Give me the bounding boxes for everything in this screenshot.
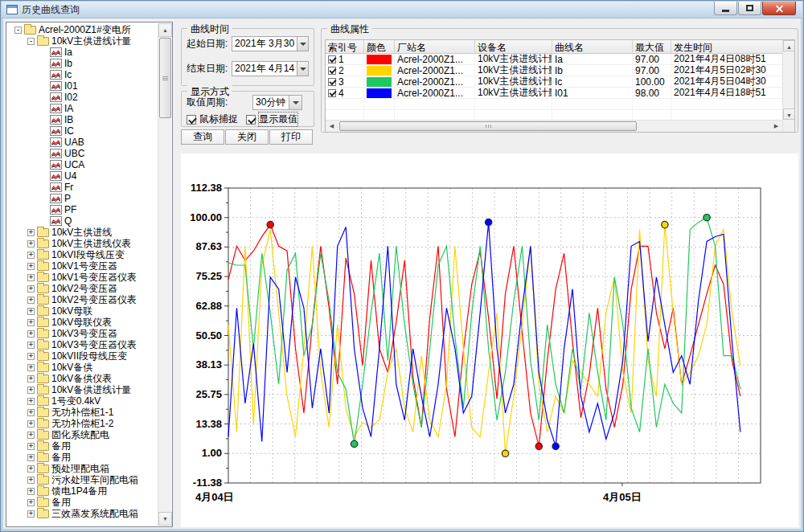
y-tick-label: 87.63: [195, 240, 222, 252]
table-vertical-scrollbar[interactable]: ▲ ▼: [782, 40, 794, 132]
show-extremes-checkbox[interactable]: [246, 115, 256, 125]
tree-expander-icon[interactable]: +: [27, 229, 35, 236]
tree-expander-icon[interactable]: +: [27, 319, 35, 326]
scroll-down-icon[interactable]: ▼: [158, 512, 172, 526]
tree-expander-icon[interactable]: +: [27, 387, 35, 394]
tree-expander-icon[interactable]: +: [27, 364, 35, 371]
tree-item[interactable]: + 三效蒸发系统配电箱: [6, 508, 158, 519]
tree-expander-icon[interactable]: +: [27, 342, 35, 349]
tree-item[interactable]: IC: [6, 125, 158, 137]
close-button[interactable]: [762, 2, 796, 15]
row-checkbox[interactable]: [328, 78, 336, 86]
column-header[interactable]: 发生时间: [671, 40, 784, 53]
table-row[interactable]: 4 Acrel-2000Z1... 10kV主供进线计量 I01 98.00 2…: [326, 88, 794, 99]
tree-expander-icon[interactable]: +: [27, 398, 35, 405]
tree-expander-icon[interactable]: +: [27, 409, 35, 416]
tree-node-icon: [50, 160, 62, 170]
tree-expander-icon[interactable]: +: [27, 443, 35, 450]
tree-item[interactable]: + 馈电1P4备用: [6, 485, 158, 497]
table-row[interactable]: 3 Acrel-2000Z1... 10kV主供进线计量 Ic 100.00 2…: [326, 76, 794, 88]
tree-item[interactable]: U4: [6, 170, 158, 182]
tree-expander-icon[interactable]: +: [27, 353, 35, 360]
print-button[interactable]: 打印: [269, 129, 313, 145]
mouse-capture-checkbox[interactable]: [187, 115, 196, 125]
tree-item[interactable]: P: [6, 193, 158, 204]
tree-item[interactable]: Ia: [6, 47, 158, 58]
table-row[interactable]: 2 Acrel-2000Z1... 10kV主供进线计量 Ib 97.00 20…: [326, 65, 794, 76]
x-tick-label: 4月05日: [603, 491, 642, 503]
scroll-up-icon[interactable]: ▲: [783, 40, 795, 51]
row-checkbox[interactable]: [328, 89, 336, 97]
minimize-button[interactable]: [714, 2, 737, 15]
tree-expander-icon[interactable]: +: [27, 274, 35, 281]
row-checkbox[interactable]: [328, 55, 336, 63]
maximize-button[interactable]: [738, 2, 761, 15]
close-dialog-button[interactable]: 关闭: [225, 129, 269, 145]
tree-item[interactable]: UCA: [6, 159, 158, 170]
column-header[interactable]: 曲线名: [552, 40, 633, 53]
column-header[interactable]: 索引号: [326, 40, 364, 53]
station-tree: - Acrel-2000Z1#变电所 - 10kV主供进线计量 Ia: [6, 24, 158, 519]
tree-expander-icon[interactable]: +: [27, 477, 35, 484]
tree-expander-icon[interactable]: +: [27, 499, 35, 506]
start-date-combo[interactable]: 2021年 3月30: [232, 36, 309, 51]
history-curve-chart[interactable]: 112.38100.0087.6375.2562.8850.5038.1325.…: [181, 153, 798, 527]
tree-expander-icon[interactable]: -: [14, 27, 22, 34]
tree-expander-icon[interactable]: +: [27, 454, 35, 461]
tree-expander-icon[interactable]: +: [27, 308, 35, 315]
tree-item[interactable]: + 备用: [6, 440, 158, 452]
tree-expander-icon[interactable]: +: [27, 375, 35, 383]
curve-name-cell: Ib: [552, 65, 633, 76]
scroll-left-icon[interactable]: ◀: [326, 121, 338, 132]
scroll-down-icon[interactable]: ▼: [783, 108, 795, 120]
column-header[interactable]: 颜色: [364, 40, 395, 53]
tree-item[interactable]: Ib: [6, 58, 158, 69]
tree-node-icon: [50, 182, 62, 192]
chevron-down-icon[interactable]: [297, 62, 308, 76]
chevron-down-icon[interactable]: [297, 37, 308, 51]
close-icon: [775, 4, 784, 13]
tree-expander-icon[interactable]: +: [27, 488, 35, 495]
tree-expander-icon[interactable]: +: [27, 297, 35, 304]
tree-item[interactable]: + 固化系统配电: [6, 429, 158, 440]
column-header[interactable]: 厂站名: [395, 40, 475, 53]
tree-expander-icon[interactable]: +: [27, 330, 35, 338]
tree-scrollbar[interactable]: ▲ ▼: [158, 23, 171, 526]
tree-expander-icon[interactable]: +: [27, 240, 35, 248]
tree-item[interactable]: PF: [6, 204, 158, 215]
tree-node-icon: [37, 487, 49, 496]
tree-item[interactable]: I01: [6, 80, 158, 92]
chevron-down-icon[interactable]: [289, 96, 302, 109]
tree-item[interactable]: I02: [6, 92, 158, 103]
end-date-combo[interactable]: 2021年 4月14: [232, 61, 309, 76]
column-header[interactable]: 设备名: [475, 40, 552, 53]
table-hscroll-thumb[interactable]: [339, 121, 637, 131]
period-combo[interactable]: 30分钟: [252, 95, 302, 110]
tree-item[interactable]: IA: [6, 103, 158, 114]
tree-item[interactable]: UBC: [6, 148, 158, 159]
scroll-right-icon[interactable]: ▶: [770, 121, 782, 132]
tree-expander-icon[interactable]: +: [27, 285, 35, 293]
tree-expander-icon[interactable]: +: [27, 252, 35, 259]
tree-item[interactable]: UAB: [6, 137, 158, 148]
column-header[interactable]: 最大值: [633, 40, 671, 53]
tree-expander-icon[interactable]: -: [27, 38, 35, 45]
tree-item[interactable]: Ic: [6, 69, 158, 80]
tree-expander-icon[interactable]: +: [27, 465, 35, 473]
titlebar[interactable]: 历史曲线查询: [2, 2, 802, 18]
tree-item[interactable]: - 10kV主供进线计量: [6, 35, 158, 47]
extreme-marker-Ia: [267, 221, 273, 227]
tree-expander-icon[interactable]: +: [27, 263, 35, 270]
tree-expander-icon[interactable]: +: [27, 510, 35, 518]
row-checkbox[interactable]: [328, 67, 336, 75]
tree-expander-icon[interactable]: +: [27, 432, 35, 439]
extreme-marker-I01: [552, 443, 559, 449]
scroll-up-icon[interactable]: ▲: [158, 23, 172, 37]
table-row[interactable]: 1 Acrel-2000Z1... 10kV主供进线计量 Ia 97.00 20…: [326, 54, 794, 65]
tree-scrollbar-thumb[interactable]: [159, 38, 171, 118]
tree-item[interactable]: Fr: [6, 182, 158, 193]
table-horizontal-scrollbar[interactable]: ◀ ▶: [326, 120, 782, 132]
query-button[interactable]: 查询: [181, 129, 224, 145]
tree-expander-icon[interactable]: +: [27, 420, 35, 428]
tree-item[interactable]: IB: [6, 114, 158, 125]
